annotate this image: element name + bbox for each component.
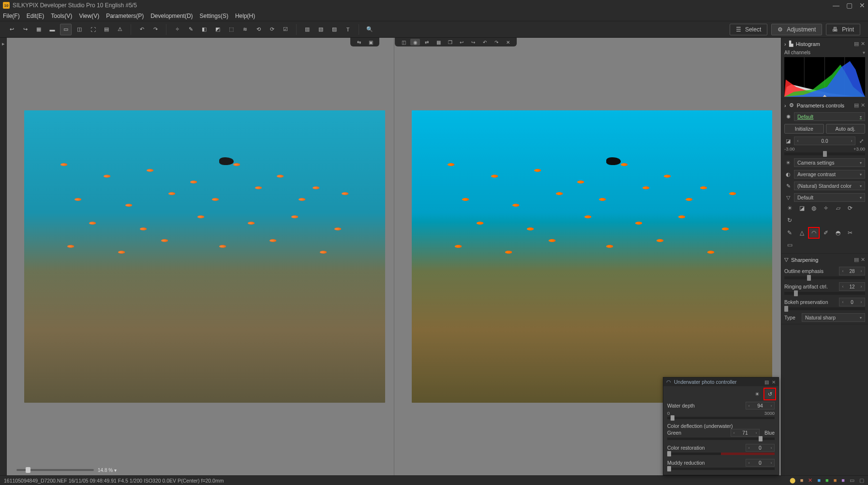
expand-icon[interactable]: ⤢	[857, 137, 865, 145]
ct-copy-icon[interactable]: ❐	[445, 39, 455, 45]
ringing-input[interactable]: ‹12›	[839, 282, 865, 291]
maximize-button[interactable]: ▢	[846, 1, 853, 9]
gradient-icon[interactable]: ◩	[212, 24, 224, 35]
muddy-slider[interactable]	[667, 468, 775, 470]
ct-back-icon[interactable]: ↩	[457, 39, 466, 45]
bokeh-input[interactable]: ‹0›	[839, 298, 865, 306]
flag-blue-icon[interactable]: ■	[817, 477, 821, 484]
menu-settings[interactable]: Settings(S)	[200, 13, 228, 19]
wb-dropdown[interactable]: Camera settings▾	[794, 158, 865, 167]
filmstrip-icon[interactable]: ▬	[46, 24, 58, 35]
tone-dropdown[interactable]: Average contrast▾	[794, 170, 865, 179]
ig-perspective-icon[interactable]: ▱	[834, 204, 842, 212]
deflect-slider[interactable]	[667, 438, 775, 440]
initialize-button[interactable]: Initialize	[784, 124, 824, 134]
preset-dropdown[interactable]: Default▾	[794, 112, 865, 121]
text-tool-icon[interactable]: T	[342, 24, 354, 35]
ig-pen-icon[interactable]: ✐	[822, 228, 830, 237]
panel-close-icon[interactable]: ✕	[861, 257, 865, 263]
brush-icon[interactable]: ✎	[185, 24, 196, 35]
loupe-icon[interactable]: 🔍	[364, 24, 375, 35]
flag-purple-icon[interactable]: ■	[841, 477, 845, 484]
ig-refresh-icon[interactable]: ↻	[785, 216, 794, 225]
rotate-right-icon[interactable]: ⟳	[266, 24, 278, 35]
muddy-input[interactable]: ‹0›	[746, 459, 775, 467]
eraser-icon[interactable]: ◧	[198, 24, 210, 35]
fullscreen-icon[interactable]: ⛶	[87, 24, 99, 35]
menu-parameters[interactable]: Parameters(P)	[106, 13, 144, 19]
ct-undo-icon[interactable]: ↶	[480, 39, 490, 45]
menu-edit[interactable]: Edit(E)	[27, 13, 45, 19]
restore-input[interactable]: ‹0›	[746, 444, 775, 452]
ig-underwater-icon[interactable]: ◠	[809, 228, 818, 237]
ringing-slider[interactable]	[784, 292, 865, 295]
flag-green-icon[interactable]: ■	[825, 477, 829, 484]
drive-icon[interactable]: ▢	[859, 477, 864, 484]
outline-input[interactable]: ‹28›	[839, 267, 865, 275]
layers-icon[interactable]: ≋	[239, 24, 251, 35]
chevron-down-icon[interactable]: ▾	[863, 50, 865, 55]
ig-brush-icon[interactable]: ✎	[785, 228, 794, 237]
check-icon[interactable]: ☑	[280, 24, 291, 35]
deflect-input[interactable]: ‹71›	[731, 429, 760, 437]
autoadj-button[interactable]: Auto adj.	[826, 124, 866, 134]
sharp-type-dropdown[interactable]: Natural sharp▾	[802, 313, 865, 322]
restore-slider[interactable]	[667, 453, 775, 455]
flag-red-icon[interactable]: ✕	[808, 477, 812, 484]
grid-icon[interactable]: ▤	[101, 24, 112, 35]
ig-mask-icon[interactable]: ◓	[834, 228, 842, 237]
ct-center-icon[interactable]: ◉	[410, 39, 420, 45]
ig-exposure-icon[interactable]: ☀	[785, 204, 794, 212]
folder-icon[interactable]: ▭	[850, 477, 854, 484]
tool-b-icon[interactable]: ▧	[315, 24, 327, 35]
ct-close-icon[interactable]: ✕	[503, 39, 513, 45]
redo-icon[interactable]: ↷	[150, 24, 161, 35]
ct-redo-icon[interactable]: ↷	[492, 39, 501, 45]
sharp-preset-dropdown[interactable]: Default▾	[794, 193, 865, 202]
ig-crop-icon[interactable]: ✂	[846, 228, 854, 237]
flag-tan-icon[interactable]: ■	[800, 477, 804, 484]
panel-menu-icon[interactable]: ▤	[854, 41, 859, 47]
ig-transform-icon[interactable]: ▭	[785, 241, 794, 249]
menu-view[interactable]: View(V)	[79, 13, 99, 19]
crop-tool-icon[interactable]: ⬚	[225, 24, 237, 35]
ig-wand-icon[interactable]: ✧	[822, 204, 830, 212]
menu-file[interactable]: File(F)	[3, 13, 20, 19]
mode-print-button[interactable]: 🖶 Print	[826, 24, 860, 35]
tool-c-icon[interactable]: ▨	[329, 24, 340, 35]
compare-view-icon[interactable]: ◫	[74, 24, 85, 35]
mode-adjustment-button[interactable]: ⚙ Adjustment	[771, 24, 822, 35]
minimize-button[interactable]: —	[833, 1, 839, 9]
single-view-icon[interactable]: ▭	[60, 24, 72, 35]
chevron-right-icon[interactable]: ›	[784, 103, 786, 108]
uw-auto-icon[interactable]: ☀	[752, 389, 762, 399]
flag-orange-icon[interactable]: ■	[834, 477, 837, 484]
panel-close-icon[interactable]: ✕	[861, 41, 865, 47]
viewer-left-pane[interactable]: 14.8 % ▾	[7, 38, 394, 475]
ct-left-send-icon[interactable]: ▣	[366, 39, 375, 45]
rotate-left-icon[interactable]: ⟲	[253, 24, 264, 35]
undo-icon[interactable]: ↶	[136, 24, 148, 35]
thumbnail-view-icon[interactable]: ▦	[33, 24, 45, 35]
ct-fwd-icon[interactable]: ↪	[468, 39, 478, 45]
panel-close-icon[interactable]: ✕	[772, 379, 776, 385]
mode-select-button[interactable]: ☰ Select	[730, 24, 767, 35]
panel-close-icon[interactable]: ✕	[861, 102, 865, 108]
auto-adjust-icon[interactable]: ✧	[171, 24, 183, 35]
histogram-channel[interactable]: All channels	[784, 50, 810, 55]
outline-slider[interactable]	[784, 276, 865, 279]
ct-swap-icon[interactable]: ⇄	[422, 39, 432, 45]
ct-left-lock-icon[interactable]: ⇆	[354, 39, 364, 45]
nav-back-icon[interactable]: ↩	[6, 24, 17, 35]
exposure-input[interactable]: ‹0.0›	[794, 136, 855, 145]
panel-menu-icon[interactable]: ▤	[854, 257, 859, 263]
panel-menu-icon[interactable]: ▤	[764, 379, 769, 385]
menu-development[interactable]: Development(D)	[150, 13, 193, 19]
menu-tools[interactable]: Tools(V)	[51, 13, 72, 19]
depth-slider[interactable]	[667, 417, 775, 419]
ig-sharp-icon[interactable]: △	[797, 228, 806, 237]
close-button[interactable]: ✕	[859, 1, 865, 9]
warning-icon[interactable]: ⚠	[114, 24, 126, 35]
chevron-right-icon[interactable]: ›	[784, 41, 786, 47]
ct-grid-icon[interactable]: ▦	[434, 39, 443, 45]
